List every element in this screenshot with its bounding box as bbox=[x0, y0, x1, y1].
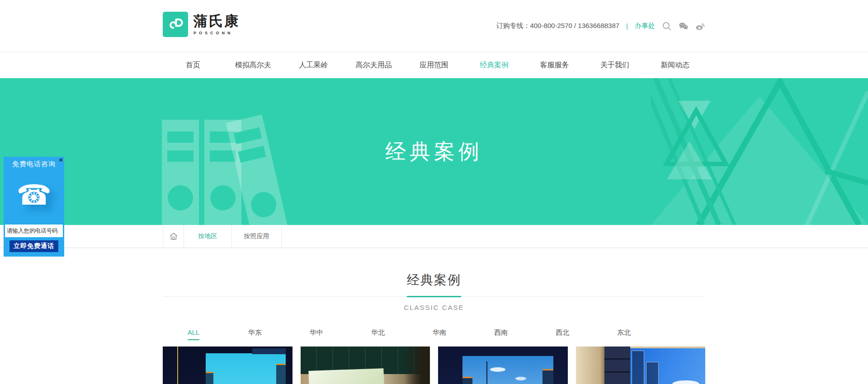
region-filter-tabs: ALL 华东 华中 华北 华南 西南 西北 东北 bbox=[163, 328, 705, 337]
nav-item-artificial-green[interactable]: 人工果岭 bbox=[283, 52, 344, 78]
nav-item-about-us[interactable]: 关于我们 bbox=[585, 52, 645, 78]
nav-item-golf-supplies[interactable]: 高尔夫用品 bbox=[344, 52, 404, 78]
filter-all[interactable]: ALL bbox=[163, 328, 224, 337]
filter-southwest[interactable]: 西南 bbox=[470, 328, 532, 337]
hero-banner: 经典案例 bbox=[0, 78, 868, 225]
nav-item-simulated-golf[interactable]: 模拟高尔夫 bbox=[223, 52, 283, 78]
free-call-widget: × 免费电话咨询 ☎ 立即免费通话 bbox=[4, 157, 64, 257]
section-subtitle: CLASSIC CASE bbox=[0, 304, 868, 311]
tab-by-application[interactable]: 按照应用 bbox=[232, 225, 282, 248]
telephone-icon: ☎ bbox=[4, 169, 64, 222]
phone-number-input[interactable] bbox=[5, 225, 63, 237]
office-link[interactable]: 办事处 bbox=[635, 22, 655, 30]
free-call-button[interactable]: 立即免费通话 bbox=[9, 240, 58, 252]
breadcrumb: 按地区 按照应用 bbox=[0, 225, 868, 248]
nav-item-home[interactable]: 首页 bbox=[163, 52, 223, 78]
main-navigation: 首页 模拟高尔夫 人工果岭 高尔夫用品 应用范围 经典案例 客服服务 关于我们 … bbox=[0, 52, 868, 78]
filter-central-china[interactable]: 华中 bbox=[286, 328, 347, 337]
banner-title: 经典案例 bbox=[0, 78, 868, 225]
filter-north-china[interactable]: 华北 bbox=[347, 328, 409, 337]
brand-latin: POSCONN bbox=[193, 31, 240, 35]
case-photo[interactable] bbox=[576, 347, 706, 384]
site-header: 蒲氏康 POSCONN 订购专线：400-800-2570 / 13636688… bbox=[0, 0, 868, 52]
nav-item-classic-cases[interactable]: 经典案例 bbox=[464, 52, 524, 78]
search-icon[interactable] bbox=[662, 21, 672, 31]
weibo-icon[interactable] bbox=[695, 21, 705, 31]
close-icon[interactable]: × bbox=[59, 156, 63, 164]
filter-east-china[interactable]: 华东 bbox=[224, 328, 286, 337]
case-photo[interactable] bbox=[438, 347, 568, 384]
nav-item-news[interactable]: 新闻动态 bbox=[645, 52, 705, 78]
free-call-title: 免费电话咨询 bbox=[4, 157, 64, 169]
tab-by-region[interactable]: 按地区 bbox=[184, 225, 232, 248]
nav-item-applications[interactable]: 应用范围 bbox=[404, 52, 464, 78]
filter-northeast[interactable]: 东北 bbox=[593, 328, 655, 337]
brand-name: 蒲氏康 bbox=[193, 14, 240, 29]
case-photo[interactable] bbox=[163, 347, 292, 384]
hotline-text: 订购专线：400-800-2570 / 13636688387 bbox=[496, 22, 619, 30]
section-title: 经典案例 bbox=[0, 272, 868, 289]
case-photo[interactable] bbox=[301, 347, 430, 384]
case-gallery bbox=[163, 347, 705, 384]
home-icon[interactable] bbox=[163, 225, 184, 248]
wechat-icon[interactable] bbox=[679, 21, 689, 31]
hotline-separator: | bbox=[626, 22, 628, 30]
nav-item-customer-service[interactable]: 客服服务 bbox=[524, 52, 585, 78]
filter-northwest[interactable]: 西北 bbox=[532, 328, 593, 337]
filter-south-china[interactable]: 华南 bbox=[409, 328, 470, 337]
section-divider bbox=[163, 296, 705, 297]
logo-mark-icon bbox=[163, 12, 188, 37]
brand-logo[interactable]: 蒲氏康 POSCONN bbox=[163, 12, 240, 37]
